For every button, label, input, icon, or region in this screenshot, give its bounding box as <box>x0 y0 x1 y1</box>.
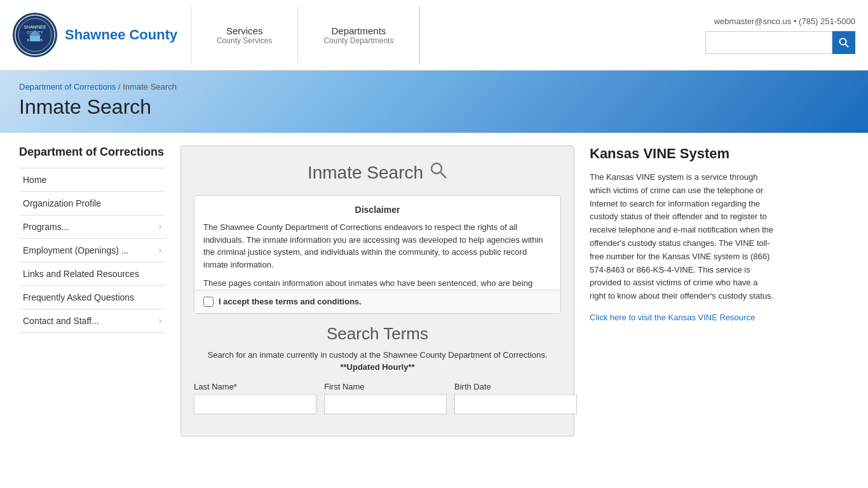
sidebar-link-links[interactable]: Links and Related Resources <box>19 262 165 285</box>
last-name-input[interactable] <box>194 394 316 414</box>
search-form-row: Last Name* First Name Birth Date <box>194 382 561 414</box>
sidebar-link-home[interactable]: Home <box>19 168 165 191</box>
first-name-label: First Name <box>324 382 447 391</box>
county-seal-icon: SHAWNEE COUNTY KANSAS <box>15 15 55 55</box>
sidebar-item-org-profile[interactable]: Organization Profile <box>19 191 165 215</box>
svg-point-9 <box>431 163 442 173</box>
first-name-group: First Name <box>324 382 447 414</box>
svg-line-10 <box>441 173 447 179</box>
breadcrumb: Department of Corrections / Inmate Searc… <box>19 82 849 92</box>
right-panel: Kansas VINE System The Kansas VINE syste… <box>590 146 774 322</box>
chevron-right-icon: › <box>159 316 161 325</box>
svg-point-7 <box>840 38 846 44</box>
svg-text:SHAWNEE: SHAWNEE <box>24 25 46 29</box>
sidebar-item-employment[interactable]: Employment (Openings) ... › <box>19 238 165 262</box>
header-right: webmaster@snco.us • (785) 251-5000 <box>705 17 855 54</box>
vine-link[interactable]: Click here to visit the Kansas VINE Reso… <box>590 313 755 322</box>
sidebar-link-programs[interactable]: Programs... › <box>19 215 165 238</box>
main-nav: Services County Services Departments Cou… <box>191 6 420 64</box>
page-header: Department of Corrections / Inmate Searc… <box>0 71 868 133</box>
vine-title: Kansas VINE System <box>590 146 774 162</box>
disclaimer-text2: These pages contain information about in… <box>203 277 552 290</box>
header-search-input[interactable] <box>705 31 832 54</box>
sidebar-link-employment[interactable]: Employment (Openings) ... › <box>19 239 165 262</box>
search-icon <box>839 37 849 48</box>
search-icon-large <box>430 161 447 184</box>
sidebar-item-home[interactable]: Home <box>19 168 165 191</box>
breadcrumb-link[interactable]: Department of Corrections <box>19 82 116 92</box>
nav-departments[interactable]: Departments County Departments <box>298 6 419 64</box>
header-search <box>705 31 855 54</box>
birth-date-group: Birth Date <box>454 382 577 414</box>
logo-circle: SHAWNEE COUNTY KANSAS <box>13 13 57 57</box>
inmate-search-box: Inmate Search Disclaimer The Shawnee Cou… <box>180 146 574 437</box>
header-search-button[interactable] <box>832 31 855 54</box>
org-name[interactable]: Shawnee County <box>65 27 177 43</box>
birth-date-label: Birth Date <box>454 382 577 391</box>
breadcrumb-current: Inmate Search <box>123 82 177 92</box>
birth-date-input[interactable] <box>454 394 577 414</box>
inmate-search-title: Inmate Search <box>194 161 561 184</box>
page-title: Inmate Search <box>19 95 849 119</box>
search-terms-updated: **Updated Hourly** <box>194 362 561 372</box>
disclaimer-text1: The Shawnee County Department of Correct… <box>203 221 552 271</box>
sidebar-item-links[interactable]: Links and Related Resources <box>19 262 165 285</box>
sidebar-link-faq[interactable]: Frequently Asked Questions <box>19 286 165 309</box>
vine-text: The Kansas VINE system is a service thro… <box>590 171 774 303</box>
nav-services[interactable]: Services County Services <box>191 6 298 64</box>
center-content: Inmate Search Disclaimer The Shawnee Cou… <box>180 146 574 437</box>
svg-line-8 <box>846 44 849 47</box>
sidebar-item-programs[interactable]: Programs... › <box>19 215 165 238</box>
disclaimer-title: Disclaimer <box>203 205 552 215</box>
sidebar-item-faq[interactable]: Frequently Asked Questions <box>19 285 165 309</box>
sidebar-nav: Home Organization Profile Programs... › … <box>19 168 165 333</box>
sidebar-item-contact[interactable]: Contact and Staff... › <box>19 309 165 333</box>
contact-info: webmaster@snco.us • (785) 251-5000 <box>714 17 855 26</box>
last-name-group: Last Name* <box>194 382 316 414</box>
search-terms-title: Search Terms <box>194 324 561 344</box>
chevron-right-icon: › <box>159 246 161 255</box>
accept-checkbox[interactable] <box>203 297 214 307</box>
disclaimer-box: Disclaimer The Shawnee County Department… <box>194 195 561 314</box>
logo-area: SHAWNEE COUNTY KANSAS Shawnee County <box>13 13 191 57</box>
accept-label[interactable]: I accept these terms and conditions. <box>219 297 362 306</box>
main-content: Department of Corrections Home Organizat… <box>0 133 868 449</box>
site-header: SHAWNEE COUNTY KANSAS Shawnee County Ser… <box>0 0 868 71</box>
chevron-right-icon: › <box>159 222 161 231</box>
sidebar-title: Department of Corrections <box>19 146 165 159</box>
search-terms-section: Search Terms Search for an inmate curren… <box>194 324 561 414</box>
search-terms-desc: Search for an inmate currently in custod… <box>194 350 561 360</box>
sidebar: Department of Corrections Home Organizat… <box>19 146 165 333</box>
sidebar-link-org-profile[interactable]: Organization Profile <box>19 192 165 215</box>
first-name-input[interactable] <box>324 394 447 414</box>
sidebar-link-contact[interactable]: Contact and Staff... › <box>19 309 165 332</box>
accept-row: I accept these terms and conditions. <box>194 290 560 313</box>
last-name-label: Last Name* <box>194 382 316 391</box>
